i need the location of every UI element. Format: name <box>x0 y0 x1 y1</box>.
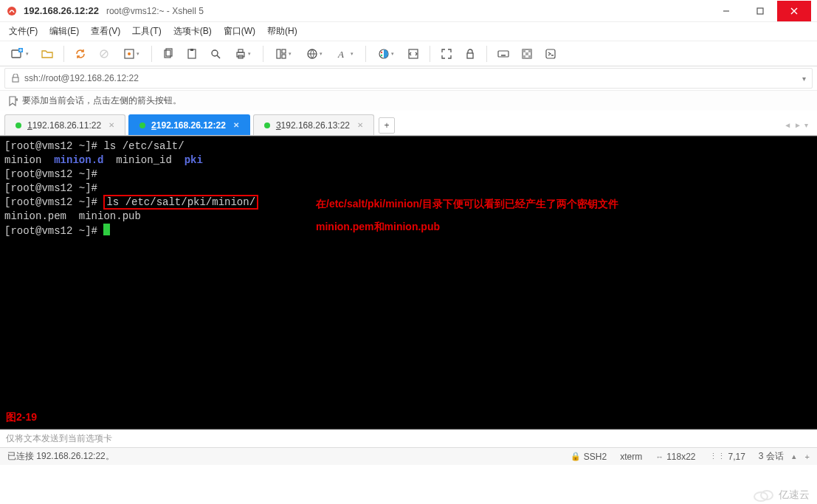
open-button[interactable] <box>37 44 58 64</box>
status-sessions: 3 会话 ▴ + <box>759 450 810 463</box>
annotation-text: 在/etc/salt/pki/minion/目录下便可以看到已经产生了两个密钥文… <box>316 193 618 238</box>
new-session-button[interactable]: ▾ <box>6 44 34 64</box>
add-tab-button[interactable]: + <box>379 117 395 134</box>
svg-rect-32 <box>498 51 509 57</box>
session-tab-2[interactable]: 2 192.168.26.12:22 ✕ <box>128 114 250 135</box>
menu-edit[interactable]: 编辑(E) <box>49 25 79 38</box>
fullscreen-button[interactable] <box>436 44 457 64</box>
disconnect-button[interactable] <box>94 44 114 64</box>
address-dropdown-icon[interactable]: ▾ <box>802 75 806 83</box>
address-text: ssh://root@192.168.26.12:22 <box>24 73 802 83</box>
keyboard-button[interactable] <box>493 44 514 64</box>
lock-icon: 🔒 <box>570 452 581 461</box>
svg-rect-16 <box>190 49 193 51</box>
tab-close-icon[interactable]: ✕ <box>108 121 114 129</box>
encoding-button[interactable]: ▾ <box>300 44 328 64</box>
titlebar: 192.168.26.12:22 root@vms12:~ - Xshell 5 <box>0 0 817 22</box>
terminal[interactable]: [root@vms12 ~]# ls /etc/salt/ minion min… <box>0 136 817 429</box>
measure-icon: ⋮⋮ <box>709 452 725 461</box>
highlighted-command: ls /etc/salt/pki/minion/ <box>103 195 258 210</box>
bookmark-add-icon[interactable] <box>7 96 18 106</box>
send-bar[interactable]: 仅将文本发送到当前选项卡 <box>0 429 817 447</box>
session-tab-1[interactable]: 1 192.168.26.11:22 ✕ <box>4 114 125 135</box>
svg-line-18 <box>217 55 220 58</box>
terminal-line: [root@vms12 ~]# ls /etc/salt/ <box>4 139 813 153</box>
svg-rect-43 <box>528 55 531 58</box>
tab-bar: 1 192.168.26.11:22 ✕ 2 192.168.26.12:22 … <box>0 114 817 136</box>
copy-button[interactable] <box>158 44 179 64</box>
quick-command-button[interactable] <box>540 44 561 64</box>
print-button[interactable]: ▾ <box>229 44 257 64</box>
tab-scroll-right-icon[interactable]: ► <box>794 121 802 129</box>
svg-rect-41 <box>525 52 528 55</box>
script-button[interactable] <box>403 44 424 64</box>
tab-close-icon[interactable]: ✕ <box>233 121 239 129</box>
title-main: 192.168.26.12:22 <box>24 5 99 16</box>
status-protocol: 🔒SSH2 <box>570 452 607 462</box>
tab-num: 3 <box>276 120 281 131</box>
toolbar-sep <box>430 46 430 62</box>
toolbar-sep <box>263 46 263 62</box>
color-scheme-button[interactable]: ▾ <box>372 44 400 64</box>
lock-button[interactable] <box>460 44 480 64</box>
tab-num: 1 <box>27 120 32 131</box>
svg-point-29 <box>381 54 382 55</box>
connection-status: 已连接 192.168.26.12:22。 <box>7 450 114 463</box>
svg-rect-42 <box>523 55 525 58</box>
terminal-line: [root@vms12 ~]# <box>4 168 813 182</box>
status-dot-icon <box>264 122 270 128</box>
svg-rect-40 <box>528 49 531 52</box>
layout-button[interactable]: ▾ <box>269 44 297 64</box>
tab-label: 192.168.26.13:22 <box>281 120 350 131</box>
status-dot-icon <box>15 122 21 128</box>
up-icon: ▴ <box>792 452 796 461</box>
svg-point-0 <box>7 7 16 15</box>
menu-view[interactable]: 查看(V) <box>91 25 120 38</box>
terminal-cursor <box>103 224 110 235</box>
status-size: ↔118x22 <box>655 452 695 462</box>
minimize-button[interactable] <box>709 1 743 21</box>
menu-help[interactable]: 帮助(H) <box>267 25 297 38</box>
menu-tabs[interactable]: 选项卡(B) <box>173 25 212 38</box>
tab-label: 192.168.26.11:22 <box>32 120 101 131</box>
close-button[interactable] <box>777 1 811 21</box>
title-sub: root@vms12:~ - Xshell 5 <box>106 6 204 16</box>
watermark-text: 亿速云 <box>779 489 810 502</box>
tab-num: 2 <box>151 120 156 131</box>
paste-button[interactable] <box>182 44 202 64</box>
session-tab-3[interactable]: 3 192.168.26.13:22 ✕ <box>253 114 374 135</box>
maximize-button[interactable] <box>743 1 777 21</box>
hint-bar: 要添加当前会话，点击左侧的箭头按钮。 <box>0 90 817 111</box>
menu-window[interactable]: 窗口(W) <box>224 25 255 38</box>
terminal-line: minion minion.d minion_id pki <box>4 153 813 168</box>
svg-rect-39 <box>523 49 525 52</box>
svg-point-28 <box>381 51 382 52</box>
tab-close-icon[interactable]: ✕ <box>357 121 363 129</box>
app-icon <box>6 5 18 17</box>
tab-nav: ◄ ► ▾ <box>784 114 813 135</box>
address-bar[interactable]: ssh://root@192.168.26.12:22 ▾ <box>4 68 813 89</box>
svg-rect-45 <box>13 77 18 82</box>
reconnect-button[interactable] <box>70 44 91 64</box>
toolbar-sep <box>486 46 487 62</box>
transparency-button[interactable] <box>517 44 537 64</box>
tab-list-icon[interactable]: ▾ <box>804 121 808 129</box>
status-bar: 已连接 192.168.26.12:22。 🔒SSH2 xterm ↔118x2… <box>0 447 817 465</box>
menu-tools[interactable]: 工具(T) <box>132 25 161 38</box>
plus-icon: + <box>805 452 810 461</box>
font-button[interactable]: A▾ <box>331 44 359 64</box>
svg-rect-2 <box>757 8 763 14</box>
size-icon: ↔ <box>655 452 663 461</box>
properties-button[interactable]: ▾ <box>117 44 145 64</box>
svg-rect-24 <box>282 55 286 58</box>
menu-file[interactable]: 文件(F) <box>9 25 38 38</box>
tab-scroll-left-icon[interactable]: ◄ <box>784 121 791 129</box>
status-dot-icon <box>139 122 145 128</box>
search-button[interactable] <box>205 44 226 64</box>
svg-text:A: A <box>337 49 344 60</box>
menubar: 文件(F) 编辑(E) 查看(V) 工具(T) 选项卡(B) 窗口(W) 帮助(… <box>0 22 817 41</box>
svg-point-12 <box>128 52 131 55</box>
svg-rect-22 <box>277 49 280 58</box>
svg-rect-23 <box>282 49 286 53</box>
svg-point-17 <box>212 50 218 56</box>
